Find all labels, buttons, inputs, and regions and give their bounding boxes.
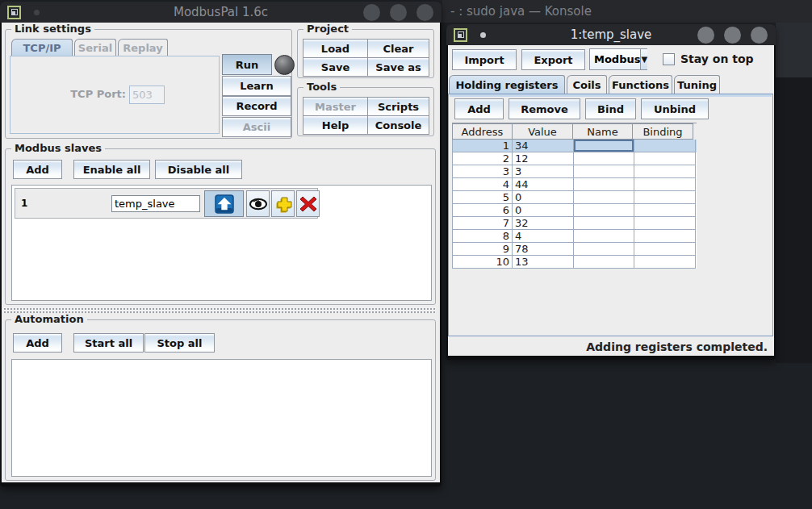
slave-delete-button[interactable] [296,190,320,217]
ascii-button[interactable]: Ascii [222,117,291,137]
slave-row[interactable]: 1 [15,188,318,219]
table-cell-value[interactable]: 32 [513,217,574,230]
save-button[interactable]: Save [303,57,368,77]
clear-button[interactable]: Clear [367,39,429,58]
start-all-button[interactable]: Start all [73,333,144,353]
table-column-header[interactable]: Name [572,123,633,140]
window-button-icon[interactable] [390,4,407,21]
disable-all-button[interactable]: Disable all [155,160,242,179]
slave-name-field[interactable] [111,195,200,212]
table-cell-name[interactable] [574,191,634,204]
table-cell-name[interactable] [574,256,634,269]
table-cell-value[interactable]: 44 [513,178,574,191]
table-cell-name[interactable] [574,230,634,243]
table-cell-name[interactable] [574,178,634,191]
table-row: 33 [452,165,697,178]
background-window-area [776,77,812,363]
table-cell-address[interactable]: 3 [452,165,513,178]
tab-tuning[interactable]: Tuning [674,75,720,94]
scripts-button[interactable]: Scripts [367,97,429,116]
register-unbind-button[interactable]: Unbind [641,98,709,119]
master-button[interactable]: Master [303,97,368,116]
table-cell-name[interactable] [574,140,634,152]
tab-replay[interactable]: Replay [118,39,168,56]
save-as-button[interactable]: Save as [367,57,429,77]
modbuspal-titlebar[interactable]: ModbusPal 1.6c [0,2,442,23]
table-cell-name[interactable] [574,243,634,256]
window-button-icon[interactable] [363,4,380,21]
table-cell-binding[interactable] [634,165,696,178]
stop-all-button[interactable]: Stop all [144,333,215,353]
learn-button[interactable]: Learn [222,76,291,96]
table-cell-name[interactable] [574,165,634,178]
table-cell-binding[interactable] [634,178,696,191]
help-button[interactable]: Help [303,115,368,135]
table-cell-binding[interactable] [634,140,696,152]
window-button-icon[interactable] [724,27,741,44]
tcp-port-field[interactable] [129,86,165,104]
link-settings-group: Link settings TCP/IP Serial Replay TCP P… [5,29,292,139]
tab-tcpip[interactable]: TCP/IP [11,39,73,56]
table-cell-binding[interactable] [634,191,696,204]
register-add-button[interactable]: Add [454,98,504,119]
table-column-header[interactable]: Binding [632,123,693,140]
console-button[interactable]: Console [367,115,429,135]
stay-on-top-checkbox[interactable] [663,53,675,65]
registers-table-header: AddressValueNameBinding [452,123,697,140]
slave-editor-titlebar[interactable]: 1:temp_slave [446,24,776,45]
tab-serial[interactable]: Serial [74,39,116,56]
modbus-combobox[interactable]: Modbus ▼ [589,48,647,70]
table-cell-value[interactable]: 34 [513,140,574,152]
table-cell-binding[interactable] [634,217,696,230]
tab-holding-registers[interactable]: Holding registers [449,75,565,94]
table-cell-address[interactable]: 6 [452,204,513,217]
table-cell-address[interactable]: 10 [452,256,513,269]
table-cell-address[interactable]: 5 [452,191,513,204]
record-button[interactable]: Record [222,96,291,116]
table-cell-address[interactable]: 1 [452,140,513,152]
run-button[interactable]: Run [222,54,272,75]
table-cell-name[interactable] [574,217,634,230]
window-button-icon[interactable] [697,27,714,44]
enable-all-button[interactable]: Enable all [73,160,150,179]
table-cell-value[interactable]: 12 [513,152,574,165]
table-cell-address[interactable]: 8 [452,230,513,243]
table-cell-value[interactable]: 13 [513,256,574,269]
stay-on-top-label[interactable]: Stay on top [680,52,754,65]
table-cell-binding[interactable] [634,230,696,243]
tab-functions[interactable]: Functions [609,75,672,94]
table-cell-value[interactable]: 0 [513,191,574,204]
tab-coils[interactable]: Coils [567,75,607,94]
table-cell-address[interactable]: 7 [452,217,513,230]
load-button[interactable]: Load [303,39,368,58]
table-cell-value[interactable]: 78 [513,243,574,256]
export-button[interactable]: Export [521,49,585,70]
table-column-header[interactable]: Address [452,123,513,140]
table-cell-value[interactable]: 3 [513,165,574,178]
slave-view-button[interactable] [246,190,270,217]
table-cell-address[interactable]: 9 [452,243,513,256]
slave-add-binding-button[interactable] [271,190,295,217]
slave-enable-toggle[interactable] [204,190,244,217]
table-cell-name[interactable] [574,152,634,165]
table-cell-value[interactable]: 0 [513,204,574,217]
table-cell-address[interactable]: 2 [452,152,513,165]
table-column-header[interactable]: Value [512,123,573,140]
register-bind-button[interactable]: Bind [585,98,636,119]
slaves-add-button[interactable]: Add [13,160,62,179]
table-cell-binding[interactable] [634,204,696,217]
table-cell-binding[interactable] [634,243,696,256]
table-row: 1013 [452,256,697,269]
table-cell-value[interactable]: 4 [513,230,574,243]
table-cell-address[interactable]: 4 [452,178,513,191]
table-cell-binding[interactable] [634,256,696,269]
import-button[interactable]: Import [452,49,517,70]
window-button-icon[interactable] [416,4,433,21]
window-button-icon[interactable] [751,27,768,44]
table-cell-name[interactable] [574,204,634,217]
table-cell-binding[interactable] [634,152,696,165]
splitter-handle[interactable] [3,307,436,313]
combobox-value: Modbus [590,49,640,69]
register-remove-button[interactable]: Remove [509,98,580,119]
automation-add-button[interactable]: Add [13,333,62,353]
